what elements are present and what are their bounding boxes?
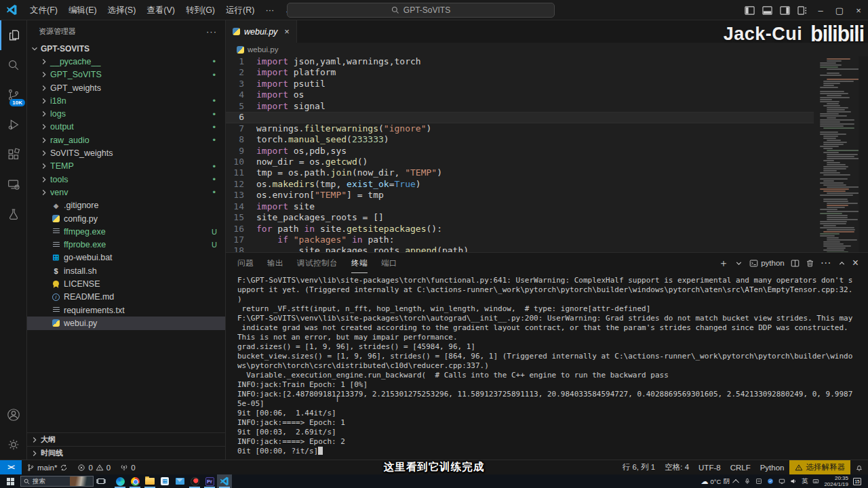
tree-folder-venv[interactable]: venv• [27, 186, 225, 199]
tree-file-ffprobe.exe[interactable]: ffprobe.exeU [27, 238, 225, 251]
ime-indicator[interactable]: 英 [802, 477, 808, 486]
tray-expand-icon[interactable] [732, 479, 739, 485]
tree-file-ffmpeg.exe[interactable]: ffmpeg.exeU [27, 225, 225, 238]
remote-explorer-activity-icon[interactable] [0, 169, 27, 199]
tree-folder-GPT_weights[interactable]: GPT_weights [27, 81, 225, 94]
panel-tab-端口[interactable]: 端口 [381, 253, 397, 273]
clock[interactable]: 20:35 2024/1/19 [824, 475, 848, 487]
panel-tab-问题[interactable]: 问题 [237, 253, 254, 273]
run-debug-activity-icon[interactable] [0, 110, 27, 140]
terminal-instance[interactable]: python [749, 259, 785, 268]
taskbar-app-vscode[interactable] [217, 474, 232, 488]
tree-file-.gitignore[interactable]: ◆.gitignore [27, 199, 225, 212]
start-button[interactable] [0, 474, 20, 488]
search-highlight-image[interactable] [70, 476, 90, 486]
menu-item[interactable]: 文件(F) [24, 5, 63, 15]
maximize-button[interactable]: ▢ [830, 0, 849, 20]
toggle-sidebar-icon[interactable] [741, 0, 758, 20]
code-editor[interactable]: 1import json,yaml,warnings,torch2import … [226, 56, 814, 252]
eol-item[interactable]: CRLF [726, 460, 755, 475]
taskbar-app-explorer[interactable] [142, 474, 157, 488]
indentation-item[interactable]: 空格: 4 [660, 460, 694, 475]
terminal-dropdown-icon[interactable] [734, 259, 743, 268]
terminal-output[interactable]: F:\GPT-SoVITS\venv\lib\site-packages\tor… [237, 276, 861, 460]
ports-item[interactable]: 0 [115, 460, 140, 475]
display-icon[interactable] [778, 478, 785, 485]
settings-gear-icon[interactable] [0, 430, 27, 460]
tree-file-LICENSE[interactable]: LICENSE [27, 277, 225, 290]
tree-folder-raw_audio[interactable]: raw_audio• [27, 134, 225, 146]
tree-folder-tools[interactable]: tools• [27, 173, 225, 186]
maximize-panel-icon[interactable] [837, 259, 846, 268]
tree-folder-TEMP[interactable]: TEMP• [27, 160, 225, 173]
tree-folder-output[interactable]: output• [27, 121, 225, 134]
split-terminal-icon[interactable] [791, 259, 800, 268]
taskbar-app-recorder[interactable] [187, 474, 202, 488]
panel-more-actions-icon[interactable]: ··· [821, 257, 831, 269]
snip-tool-icon[interactable] [755, 478, 762, 485]
panel-tab-调试控制台[interactable]: 调试控制台 [297, 253, 338, 273]
taskbar-app-store[interactable]: ⊞ [157, 474, 172, 488]
tree-folder-SoVITS_weights[interactable]: SoVITS_weights [27, 146, 225, 159]
new-terminal-icon[interactable]: ＋ [718, 257, 728, 270]
task-view-button[interactable] [94, 474, 108, 488]
taskbar-app-mail[interactable] [172, 474, 187, 488]
security-check-icon[interactable] [767, 478, 774, 485]
menu-overflow-button[interactable]: ··· [260, 5, 279, 15]
panel-tab-终端[interactable]: 终端 [351, 253, 368, 273]
tab-close-icon[interactable]: × [284, 26, 290, 37]
remote-indicator[interactable]: >< [0, 460, 22, 475]
problems-item[interactable]: 0 0 [73, 460, 115, 475]
tree-root-folder[interactable]: GPT-SOVITS [27, 42, 225, 55]
menu-item[interactable]: 编辑(E) [63, 5, 102, 15]
sidebar-section-时间线[interactable]: 时间线 [27, 446, 225, 460]
explorer-activity-icon[interactable] [0, 20, 27, 50]
volume-icon[interactable] [790, 478, 797, 485]
select-interpreter-warning[interactable]: 选择解释器 [789, 460, 851, 475]
sidebar-section-大纲[interactable]: 大纲 [27, 432, 225, 446]
taskbar-search-box[interactable]: 搜索 [20, 476, 94, 487]
menu-item[interactable]: 运行(R) [220, 5, 260, 15]
taskbar-app-premiere[interactable]: Pr [202, 474, 217, 488]
explorer-more-actions[interactable]: ··· [206, 26, 217, 37]
notification-center-icon[interactable]: 15 [853, 478, 861, 485]
touch-keyboard-icon[interactable] [812, 478, 819, 485]
tree-folder-logs[interactable]: logs• [27, 107, 225, 120]
microphone-icon[interactable] [744, 478, 751, 485]
accounts-icon[interactable] [0, 400, 27, 430]
tree-file-requirements.txt[interactable]: requirements.txt [27, 304, 225, 317]
menu-item[interactable]: 查看(V) [141, 5, 180, 15]
tree-folder-GPT_SoVITS[interactable]: GPT_SoVITS• [27, 68, 225, 81]
toggle-secondary-sidebar-icon[interactable] [776, 0, 793, 20]
minimap[interactable] [816, 56, 859, 252]
weather-widget[interactable]: ☁ 0°C 阴 [701, 477, 729, 486]
toggle-panel-icon[interactable] [758, 0, 776, 20]
encoding-item[interactable]: UTF-8 [694, 460, 726, 475]
extensions-activity-icon[interactable] [0, 140, 27, 169]
taskbar-app-edge[interactable] [113, 474, 127, 488]
close-button[interactable]: × [849, 0, 868, 20]
notifications-bell-icon[interactable] [850, 460, 868, 475]
customize-layout-icon[interactable] [793, 0, 811, 20]
menu-item[interactable]: 转到(G) [180, 5, 220, 15]
testing-activity-icon[interactable] [0, 199, 27, 229]
language-mode-item[interactable]: Python [755, 460, 789, 475]
source-control-activity-icon[interactable]: 10K [0, 80, 27, 110]
tree-file-go-webui.bat[interactable]: ⊞go-webui.bat [27, 251, 225, 264]
minimize-button[interactable]: – [811, 0, 830, 20]
cursor-position-item[interactable]: 行 6, 列 1 [618, 460, 660, 475]
panel-tab-输出[interactable]: 输出 [267, 253, 283, 273]
tree-file-webui.py[interactable]: webui.py [27, 317, 225, 329]
tree-file-README.md[interactable]: iREADME.md [27, 291, 225, 304]
tab-webui-py[interactable]: webui.py × [226, 20, 297, 43]
git-branch-item[interactable]: main* [22, 460, 73, 475]
tree-file-config.py[interactable]: config.py [27, 212, 225, 225]
menu-item[interactable]: 选择(S) [102, 5, 142, 15]
close-panel-icon[interactable]: × [852, 257, 859, 269]
editor-scrollbar[interactable] [859, 56, 868, 252]
tree-folder-__pycache__[interactable]: __pycache__• [27, 55, 225, 68]
kill-terminal-trash-icon[interactable] [806, 259, 814, 268]
command-center-search[interactable]: GPT-SoVITS [287, 3, 555, 18]
taskbar-app-chrome[interactable] [127, 474, 142, 488]
tree-file-install.sh[interactable]: $install.sh [27, 264, 225, 277]
